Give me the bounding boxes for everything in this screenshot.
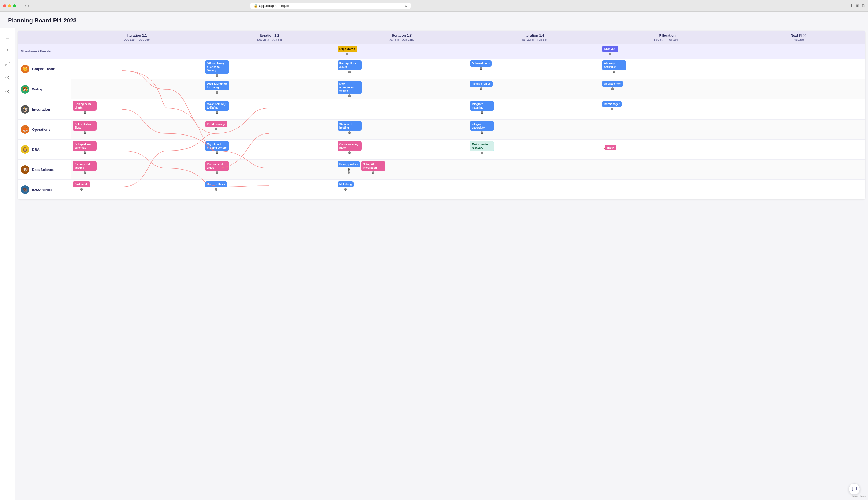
card-run-apollo[interactable]: Run Apollo > 3.13.0 [337,60,361,70]
card-golang-helm[interactable]: Golang helm charts [73,101,97,111]
minimize-button[interactable] [8,4,11,8]
datascience-card-cleanup[interactable]: Cleanup old queues [73,161,97,171]
sidebar-item-settings[interactable] [3,45,12,55]
dba-cell-ip[interactable]: ↗ frank [601,139,733,159]
operations-cell-2[interactable]: Profile storage [204,120,336,139]
sidebar-item-zoom-out[interactable] [3,87,12,96]
dba-cell-2[interactable]: Migrate old missing scripts [204,139,336,159]
webapp-cell-1[interactable] [71,79,204,99]
close-button[interactable] [3,4,7,8]
graphql-cell-4[interactable]: Onboard docs [468,59,601,79]
ios-cell-next[interactable] [733,180,865,200]
ios-cell-3[interactable]: Multi lang [336,180,468,200]
back-button[interactable]: ‹ [25,4,26,8]
card-offload-heavy[interactable]: Offload heavy queries to Golang [205,60,229,73]
ios-card-dark[interactable]: Dark mode [73,181,90,188]
card-ai-query[interactable]: AI query optimizer [602,60,626,70]
card-cleanup-queues[interactable]: Cleanup old queues [73,161,97,171]
operations-card-pagerduty[interactable]: Integrate pagerduty [470,121,494,131]
card-integrate-maxmind[interactable]: Integrate maxmind [470,101,494,111]
card-recommend-algos[interactable]: Recommend algos [205,161,229,171]
graphql-cell-3[interactable]: Run Apollo > 3.13.0 [336,59,468,79]
forward-button[interactable]: › [28,4,30,8]
url-bar[interactable]: 🔒 app.tofuplanning.io ↻ [251,3,411,9]
integration-card-maxmind[interactable]: Integrate maxmind [470,101,494,111]
operations-card-kafka-sla[interactable]: Define Kafka SLAs [73,121,97,131]
integration-card-golang[interactable]: Golang helm charts [73,101,97,111]
ios-cell-4[interactable] [468,180,601,200]
tabs-icon[interactable]: ⧉ [862,3,865,8]
card-new-recommend[interactable]: New recommend engine [337,81,361,94]
integration-cell-4[interactable]: Integrate maxmind [468,100,601,119]
card-upgrade-next[interactable]: Upgrade next [602,81,623,87]
graphql-card-onboard[interactable]: Onboard docs [470,60,492,67]
webapp-card-family[interactable]: Family profiles [470,81,493,87]
card-profile-storage[interactable]: Profile storage [205,121,228,127]
datascience-cell-next[interactable] [733,160,865,179]
share-icon[interactable]: ⬆ [849,3,853,8]
graphql-cell-next[interactable] [733,59,865,79]
integration-card-botmanager[interactable]: Botmanager [602,101,621,107]
milestone-expo-demo[interactable]: Expo demo [337,46,357,52]
webapp-card-drag[interactable]: Drag & Drop for the datagrid [205,81,229,90]
reload-icon[interactable]: ↻ [405,4,407,8]
graphql-card-offload[interactable]: Offload heavy queries to Golang [205,60,229,73]
operations-cell-ip[interactable] [601,120,733,139]
sidebar-item-expand[interactable] [3,59,12,69]
datascience-cell-1[interactable]: Cleanup old queues [71,160,204,179]
datascience-cell-3[interactable]: Family profiles Setup AI integration [336,160,468,179]
operations-card-profile[interactable]: Profile storage [205,121,228,127]
new-tab-icon[interactable]: ⊞ [856,3,859,8]
card-define-kafka[interactable]: Define Kafka SLAs [73,121,97,131]
webapp-cell-4[interactable]: Family profiles [468,79,601,99]
dba-card-alarm[interactable]: Set up alarm schemas [73,141,97,151]
dba-cell-1[interactable]: Set up alarm schemas [71,139,204,159]
operations-cell-next[interactable] [733,120,865,139]
datascience-card-algos[interactable]: Recommend algos [205,161,229,171]
dba-cell-3[interactable]: Create missing index [336,139,468,159]
operations-cell-3[interactable]: Static web hosting [336,120,468,139]
webapp-card-upgrade[interactable]: Upgrade next [602,81,623,87]
milestone-expo-card[interactable]: Expo demo [337,46,357,52]
datascience-card-family[interactable]: Family profiles [337,161,360,171]
integration-card-kafka[interactable]: Move from MQ to Kafka [205,101,229,111]
dba-card-recovery[interactable]: Test disaster recovery [470,141,494,151]
operations-cell-1[interactable]: Define Kafka SLAs [71,120,204,139]
ios-cell-1[interactable]: Dark mode [71,180,204,200]
milestone-cell-ip[interactable]: Ship 3.4 [601,44,733,59]
datascience-card-setup-ai[interactable]: Setup AI integration [361,161,385,171]
graphql-cell-ip[interactable]: AI query optimizer [601,59,733,79]
ios-cell-ip[interactable] [601,180,733,200]
graphql-card-apollo[interactable]: Run Apollo > 3.13.0 [337,60,361,70]
ios-card-feedback[interactable]: User feedback [205,181,227,188]
milestone-ship-card[interactable]: Ship 3.4 [602,46,618,52]
card-family-profiles[interactable]: Family profiles [470,81,493,87]
card-create-index[interactable]: Create missing index [337,141,361,151]
milestone-ship-card-wrapper[interactable]: Ship 3.4 [602,46,618,52]
maximize-button[interactable] [13,4,16,8]
card-multi-lang[interactable]: Multi lang [337,181,354,188]
dba-cell-next[interactable] [733,139,865,159]
card-move-mq-kafka[interactable]: Move from MQ to Kafka [205,101,229,111]
card-integrate-pagerduty[interactable]: Integrate pagerduty [470,121,494,131]
card-static-web[interactable]: Static web hosting [337,121,361,131]
card-user-feedback[interactable]: User feedback [205,181,227,188]
card-setup-ai[interactable]: Setup AI integration [361,161,385,171]
datascience-cell-2[interactable]: Recommend algos [204,160,336,179]
sidebar-toggle-icon[interactable]: ⊡ [19,4,22,8]
dba-card-index[interactable]: Create missing index [337,141,361,151]
chat-button[interactable] [849,484,860,495]
webapp-cell-next[interactable] [733,79,865,99]
sidebar-item-document[interactable] [3,31,12,41]
dba-cell-4[interactable]: Test disaster recovery [468,139,601,159]
card-family-profiles-ds[interactable]: Family profiles [337,161,360,167]
milestone-cell-3[interactable]: Expo demo [336,44,468,59]
card-setup-alarm[interactable]: Set up alarm schemas [73,141,97,151]
graphql-card-ai[interactable]: AI query optimizer [602,60,626,70]
card-botmanager[interactable]: Botmanager [602,101,621,107]
datascience-cell-ip[interactable] [601,160,733,179]
webapp-cell-ip[interactable]: Upgrade next [601,79,733,99]
webapp-cell-2[interactable]: Drag & Drop for the datagrid [204,79,336,99]
card-onboard-docs[interactable]: Onboard docs [470,60,492,67]
integration-cell-3[interactable] [336,100,468,119]
